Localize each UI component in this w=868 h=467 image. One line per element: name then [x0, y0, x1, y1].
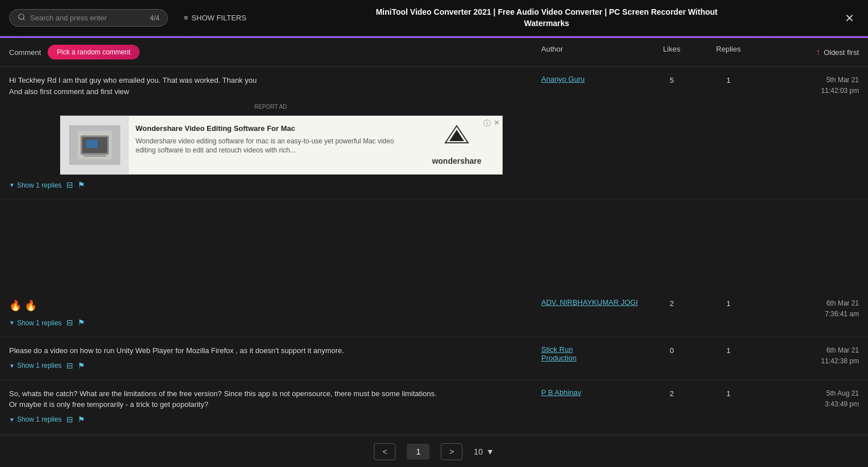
comment-content-3: Please do a video on how to run Unity We…: [9, 345, 541, 372]
ad-image: [61, 116, 129, 174]
per-page-value: 10: [474, 447, 483, 456]
table-row: So, whats the catch? What are the limita…: [0, 380, 868, 434]
search-count: 4/4: [150, 14, 159, 22]
svg-rect-6: [83, 155, 106, 157]
ad-description: Wondershare video editing software for m…: [136, 137, 404, 156]
filter-icon: ≡: [184, 14, 188, 22]
svg-rect-5: [86, 140, 98, 148]
comment-text-line2-4: Or maybe it is only free temporarily - a…: [9, 399, 532, 410]
copy-icon-4[interactable]: ⊟: [66, 414, 73, 426]
replies-4: 1: [700, 388, 757, 398]
author-link-1[interactable]: Ananyo Guru: [541, 75, 585, 83]
comment-text-line1-4: So, whats the catch? What are the limita…: [9, 388, 532, 400]
date-3: 6th Mar 21 11:42:38 pm: [757, 345, 859, 367]
flag-icon-3[interactable]: ⚑: [78, 360, 85, 372]
show-replies-button-3[interactable]: ▼ Show 1 replies: [9, 362, 62, 370]
flag-icon-1[interactable]: ⚑: [78, 179, 85, 191]
comment-column-label: Comment: [9, 48, 41, 57]
copy-icon-3[interactable]: ⊟: [66, 360, 73, 372]
search-icon: [18, 13, 26, 23]
date-4: 5th Aug 21 3:43:49 pm: [757, 388, 859, 410]
author-4: P B Abhinav: [541, 388, 643, 397]
show-replies-button-1[interactable]: ▼ Show 1 replies: [9, 181, 62, 189]
likes-1: 5: [643, 75, 700, 84]
wondershare-logo-icon: [443, 123, 471, 153]
search-box[interactable]: Search and press enter 4/4: [9, 9, 168, 27]
svg-line-1: [23, 19, 25, 20]
copy-icon-1[interactable]: ⊟: [66, 179, 73, 191]
replies-2: 1: [700, 298, 757, 308]
date-1: 5th Mar 21 11:42:03 pm: [757, 75, 859, 96]
header: Search and press enter 4/4 ≡ SHOW FILTER…: [0, 0, 868, 36]
replies-3: 1: [700, 345, 757, 355]
author-link-4[interactable]: P B Abhinav: [541, 388, 582, 397]
pick-random-button[interactable]: Pick a random comment: [48, 45, 139, 60]
sort-arrow-icon: ↑: [816, 47, 820, 57]
ad-info-button[interactable]: ⓘ: [483, 118, 491, 129]
replies-1: 1: [700, 75, 757, 84]
next-page-button[interactable]: >: [441, 443, 462, 460]
comment-actions-4: ▼ Show 1 replies ⊟ ⚑: [9, 414, 532, 426]
chevron-down-icon-pagination: ▼: [486, 447, 494, 456]
ad-container: ⓘ ✕ Wondershare Video Editing So: [60, 116, 503, 175]
author-1: Ananyo Guru: [541, 75, 643, 83]
svg-point-0: [19, 14, 24, 19]
pagination: < 1 > 10 ▼: [0, 435, 868, 467]
prev-page-button[interactable]: <: [374, 443, 395, 460]
ad-close-button[interactable]: ✕: [494, 118, 500, 127]
likes-2: 2: [643, 298, 700, 308]
comment-actions-2: ▼ Show 1 replies ⊟ ⚑: [9, 317, 532, 329]
comment-text-3: Please do a video on how to run Unity We…: [9, 345, 532, 356]
svg-marker-8: [449, 130, 464, 141]
likes-column-label: Likes: [643, 45, 700, 60]
table-header: Comment Pick a random comment Author Lik…: [0, 38, 868, 67]
ad-report-label: REPORT AD: [9, 103, 532, 111]
show-replies-label-3: Show 1 replies: [17, 362, 62, 370]
comment-emoji-2: 🔥 🔥: [9, 298, 532, 313]
comment-content-2: 🔥 🔥 ▼ Show 1 replies ⊟ ⚑: [9, 298, 541, 329]
author-column-label: Author: [541, 45, 643, 60]
page-title: MiniTool Video Converter 2021 | Free Aud…: [262, 7, 831, 29]
filters-label: SHOW FILTERS: [192, 14, 247, 22]
show-replies-label-4: Show 1 replies: [17, 415, 62, 423]
flag-icon-2[interactable]: ⚑: [78, 317, 85, 329]
comment-text-line2: And also first comment and first view: [9, 86, 532, 97]
likes-3: 0: [643, 345, 700, 355]
author-link-3[interactable]: Stick Run Production: [541, 345, 576, 362]
current-page: 1: [407, 444, 429, 460]
sort-label: Oldest first: [824, 48, 859, 57]
per-page-selector[interactable]: 10 ▼: [474, 447, 494, 456]
show-filters-button[interactable]: ≡ SHOW FILTERS: [177, 10, 253, 26]
chevron-down-icon-2: ▼: [9, 320, 15, 326]
flag-icon-4[interactable]: ⚑: [78, 414, 85, 426]
empty-area: [0, 199, 868, 290]
comment-actions-1: ▼ Show 1 replies ⊟ ⚑: [9, 179, 532, 191]
date-column-sort[interactable]: ↑ Oldest first: [757, 45, 859, 60]
close-button[interactable]: ✕: [840, 9, 859, 27]
author-link-2[interactable]: ADV. NIRBHAYKUMAR JOGI: [541, 298, 638, 307]
likes-4: 2: [643, 388, 700, 398]
show-replies-button-2[interactable]: ▼ Show 1 replies: [9, 319, 62, 327]
table-row: Please do a video on how to run Unity We…: [0, 337, 868, 380]
comment-content-4: So, whats the catch? What are the limita…: [9, 388, 541, 426]
author-3: Stick Run Production: [541, 345, 643, 362]
chevron-down-icon-3: ▼: [9, 363, 15, 369]
comment-actions-3: ▼ Show 1 replies ⊟ ⚑: [9, 360, 532, 372]
comment-content: Hi Teckhey Rd I am that guy who emailed …: [9, 75, 541, 191]
show-replies-label-2: Show 1 replies: [17, 319, 62, 327]
chevron-down-icon-4: ▼: [9, 417, 15, 423]
ad-text-area: Wondershare Video Editing Software For M…: [129, 116, 411, 174]
table-row: 🔥 🔥 ▼ Show 1 replies ⊟ ⚑ ADV. NIRBHAYKUM…: [0, 290, 868, 337]
table-row: Hi Teckhey Rd I am that guy who emailed …: [0, 67, 868, 199]
replies-column-label: Replies: [700, 45, 757, 60]
show-replies-button-4[interactable]: ▼ Show 1 replies: [9, 415, 62, 423]
author-2: ADV. NIRBHAYKUMAR JOGI: [541, 298, 643, 307]
show-replies-label: Show 1 replies: [17, 181, 62, 189]
copy-icon-2[interactable]: ⊟: [66, 317, 73, 329]
ad-title: Wondershare Video Editing Software For M…: [136, 123, 404, 134]
search-placeholder: Search and press enter: [30, 14, 107, 22]
ad-brand-name: wondershare: [432, 155, 481, 167]
comment-text-line1: Hi Teckhey Rd I am that guy who emailed …: [9, 75, 532, 86]
date-2: 6th Mar 21 7:36:41 am: [757, 298, 859, 320]
chevron-down-icon: ▼: [9, 182, 15, 188]
